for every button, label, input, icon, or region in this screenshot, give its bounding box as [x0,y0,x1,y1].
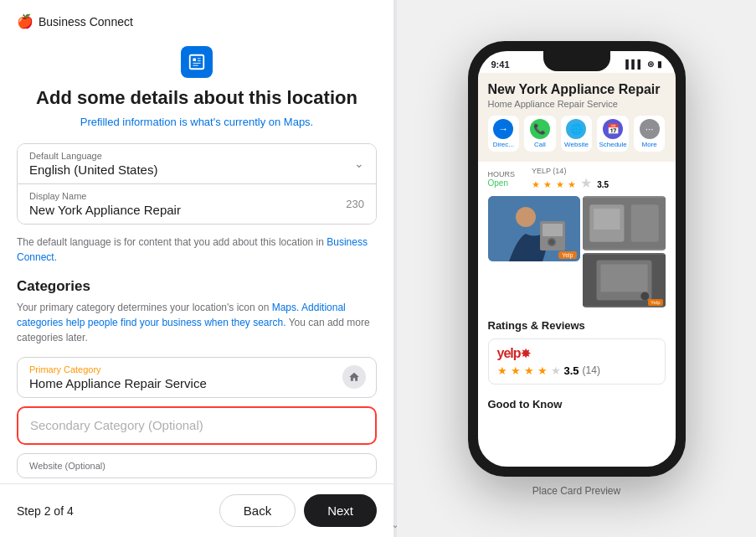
yelp-star-1: ★ [497,364,507,377]
signal-icon: ▌▌▌ [625,59,643,69]
svg-rect-14 [594,209,620,230]
left-panel: 🍎 Business Connect Add some details abou… [0,0,393,537]
place-category: Home Appliance Repair Service [488,99,666,109]
place-name: New York Appliance Repair [488,81,666,97]
more-icon: ··· [640,119,660,139]
small-photos: Yelp [583,196,666,307]
footer-buttons: Back Next [219,494,377,527]
back-button[interactable]: Back [219,494,296,527]
page-subtitle: Prefilled information is what's currentl… [17,116,377,128]
display-name-field[interactable]: Display Name New York Appliance Repair 2… [18,183,376,224]
action-buttons: → Direc... 📞 Call 🌐 Website 📅 Schedule [488,116,666,152]
directions-icon: → [493,119,513,139]
business-connect-link[interactable]: Business Connect. [17,236,368,263]
battery-icon: ▮ [657,59,662,69]
category-icon-button[interactable] [342,365,366,389]
photos-container: Yelp [488,196,666,307]
secondary-category-field[interactable]: Secondary Category (Optional) [17,406,377,445]
svg-point-11 [549,240,554,245]
display-name-label: Display Name [29,191,364,201]
yelp-star-2: ★ [511,364,521,377]
yelp-rating-row: ★ ★ ★ ★ ★ 3.5 (14) [497,364,656,377]
yelp-star-half: ★ [537,364,548,377]
schedule-label: Schedule [599,141,626,148]
small-photo-2: Yelp [583,253,666,307]
hours-label: HOURS [488,170,516,178]
directions-button[interactable]: → Direc... [488,116,520,152]
yelp-logo: yelp [497,346,521,361]
step-indicator: Step 2 of 4 [17,504,74,518]
phone-mockup: 9:41 ▌▌▌ ⊜ ▮ New York Appliance Repair H… [468,41,686,477]
status-time: 9:41 [491,59,510,70]
more-label: More [642,141,657,148]
yelp-burst-icon: ✸ [521,347,531,360]
brand-name: Business Connect [39,15,133,28]
wifi-icon: ⊜ [647,59,654,69]
svg-rect-3 [198,60,201,61]
preview-label: Place Card Preview [532,485,620,497]
good-to-know-section: Good to Know [478,391,676,417]
apple-logo-icon: 🍎 [17,13,33,29]
categories-title: Categories [17,278,377,295]
star-2-icon: ★ [543,179,552,189]
good-to-know-title: Good to Know [488,398,666,410]
phone-notch [543,51,610,71]
svg-rect-9 [543,224,563,236]
reviews-section: Ratings & Reviews yelp ✸ ★ ★ ★ ★ ★ 3.5 (… [478,312,676,391]
svg-rect-0 [190,55,204,70]
default-language-label: Default Language [29,151,364,161]
directions-label: Direc... [493,141,514,148]
yelp-photo-badge: Yelp [558,251,576,259]
form-content: Add some details about this location Pre… [0,38,393,483]
yelp-label: YELP (14) [532,167,609,175]
icon-container [17,46,377,78]
yelp-rating-number: 3.5 [564,364,579,377]
star-3-icon: ★ [556,179,564,189]
star-empty-icon: ★ [580,176,592,190]
call-button[interactable]: 📞 Call [524,116,556,152]
language-name-group: Default Language English (United States)… [17,143,377,225]
info-row: HOURS Open YELP (14) ★ ★ ★ ★ ★ 3.5 [478,162,676,196]
top-bar: 🍎 Business Connect [0,0,393,38]
default-language-value: English (United States) [29,163,364,177]
right-panel: 9:41 ▌▌▌ ⊜ ▮ New York Appliance Repair H… [397,0,756,537]
schedule-icon: 📅 [603,119,623,139]
star-1-icon: ★ [532,179,540,189]
secondary-category-placeholder: Secondary Category (Optional) [30,418,203,432]
display-name-value: New York Appliance Repair [29,203,364,217]
svg-point-19 [640,292,649,300]
website-label: Website (Optional) [29,461,364,471]
schedule-button[interactable]: 📅 Schedule [597,116,629,152]
hours-info: HOURS Open [488,170,516,188]
yelp-stars-row: ★ ★ ★ ★ ★ 3.5 [532,175,609,191]
primary-category-field[interactable]: Primary Category Home Appliance Repair S… [17,357,377,398]
phone-screen: 9:41 ▌▌▌ ⊜ ▮ New York Appliance Repair H… [478,51,676,467]
location-icon [181,46,213,78]
yelp-star-3: ★ [524,364,534,377]
svg-rect-18 [600,264,647,292]
hours-value: Open [488,178,516,188]
yelp-rating-value: 3.5 [597,180,609,189]
appliance-photo-1 [583,196,666,250]
call-label: Call [534,141,546,148]
website-button[interactable]: 🌐 Website [561,116,593,152]
default-language-field[interactable]: Default Language English (United States)… [18,144,376,183]
website-label: Website [564,141,589,148]
call-icon: 📞 [530,119,550,139]
reviews-title: Ratings & Reviews [488,319,666,332]
yelp-info: YELP (14) ★ ★ ★ ★ ★ 3.5 [532,167,609,191]
categories-description: Your primary category determines your lo… [17,300,377,345]
more-button[interactable]: ··· More [634,116,666,152]
primary-category-label: Primary Category [29,364,339,374]
chevron-down-icon: ⌄ [354,157,364,170]
website-field[interactable]: Website (Optional) [17,453,377,478]
star-half-icon: ★ [568,179,576,189]
svg-rect-4 [193,63,200,64]
svg-rect-15 [630,204,658,242]
page-title: Add some details about this location [17,86,377,111]
website-icon: 🌐 [566,119,586,139]
svg-rect-2 [198,58,201,59]
character-counter: 230 [346,198,364,210]
next-button[interactable]: Next [304,494,377,527]
maps-link[interactable]: Maps. [272,302,300,313]
